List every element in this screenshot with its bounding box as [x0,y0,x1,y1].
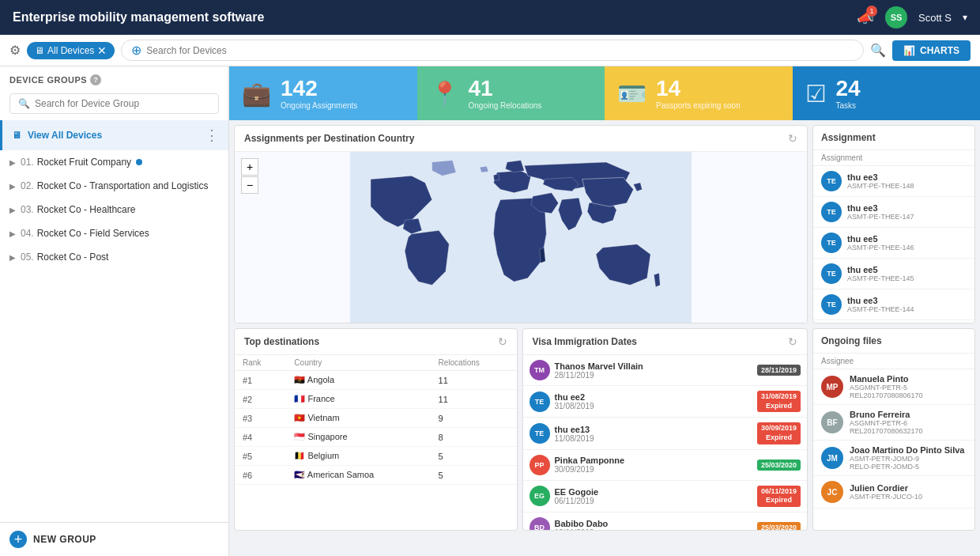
visa-list: TM Thanos Marvel Villain 28/11/2019 28/1… [523,355,808,530]
group-id: 02. [21,180,34,191]
ongoing-item[interactable]: JC Julien Cordier ASMT-PETR-JUCO-10 [813,476,974,509]
more-options-icon[interactable]: ⋮ [205,127,219,144]
ongoing-files-panel: Ongoing files Assignee MP Manuela Pinto … [812,328,975,531]
ongoing-item[interactable]: BF Bruno Ferreira ASGMNT-PETR-6 REL20170… [813,405,974,441]
ongoing-code2: REL201707080632170 [850,427,923,435]
assignment-item[interactable]: TE thu ee3 ASMT-PE-THEE-147 [813,197,974,228]
search-button[interactable]: 🔍 [870,43,886,58]
map-refresh-button[interactable]: ↻ [788,132,797,145]
ongoing-code: ASGMNT-PETR-5 [850,384,923,391]
search-bar: ⚙ 🖥 All Devices ✕ ⊕ 🔍 📊 CHARTS [0,35,980,66]
map-pin-icon: 📍 [430,80,459,108]
visa-item[interactable]: EG EE Gogoie 06/11/2019 06/11/2019Expire… [523,481,808,513]
chevron-right-icon: ▶ [9,182,16,191]
assignment-item[interactable]: SM Stan Michael ASMT-PE-STM-143 [813,320,974,323]
ongoing-avatar: JC [821,481,843,503]
assignment-list-header: Assignment [813,150,974,166]
device-groups-label: DEVICE GROUPS [9,75,87,85]
visa-refresh[interactable]: ↻ [788,335,797,348]
visa-item[interactable]: BD Babibo Dabo 12/11/2019 25/03/2020 [523,513,808,530]
map-zoom-in[interactable]: + [241,158,258,176]
app-title: Enterprise mobility management software [13,10,264,25]
filter-chip[interactable]: 🖥 All Devices ✕ [27,42,115,59]
stat-value: 142 [281,78,357,100]
item-code: ASMT-PE-THEE-144 [847,305,914,313]
list-item[interactable]: ▶ 04. Rocket Co - Field Services [0,221,228,245]
sidebar-search-icon: 🔍 [18,98,30,109]
visa-info: Babibo Dabo 12/11/2019 [555,519,752,530]
ongoing-item[interactable]: JM Joao Martino Do Pinto Silva ASMT-PETR… [813,441,974,476]
charts-label: CHARTS [920,45,959,56]
table-row[interactable]: #4🇸🇬 Singapore8 [235,428,517,447]
table-row[interactable]: #3🇻🇳 Vietnam9 [235,409,517,428]
group-id: 03. [21,204,34,215]
ongoing-info: Manuela Pinto ASGMNT-PETR-5 REL201707080… [850,374,923,399]
charts-icon: 📊 [903,45,915,56]
destinations-table: Rank Country Relocations #1🇦🇴 Angola11 #… [235,355,517,485]
assignment-panel-header: Assignment [813,126,974,150]
new-group-add-icon: + [9,531,27,548]
stat-card-relocations: 📍 41 Ongoing Relocations [417,66,605,120]
list-item[interactable]: ▶ 02. Rocket Co - Transportation and Log… [0,174,228,198]
sidebar-search-input[interactable] [35,98,210,109]
table-row[interactable]: #2🇫🇷 France11 [235,390,517,409]
filter-chip-close[interactable]: ✕ [97,44,107,57]
map-zoom-controls: + − [241,158,258,194]
group-id: 04. [21,228,34,239]
app-header: Enterprise mobility management software … [0,0,980,35]
visa-item[interactable]: TE thu ee13 11/08/2019 30/09/2019Expired [523,418,808,449]
settings-button[interactable]: ⚙ [9,43,21,58]
col-rank: Rank [235,355,286,371]
ongoing-info: Joao Martino Do Pinto Silva ASMT-PETR-JO… [850,445,964,471]
list-item[interactable]: ▶ 03. Rocket Co - Healthcare [0,198,228,221]
ongoing-list: MP Manuela Pinto ASGMNT-PETR-5 REL201707… [813,369,974,530]
visa-item[interactable]: PP Pinka Pamponne 30/09/2019 25/03/2020 [523,450,808,481]
table-row[interactable]: #6🇦🇸 American Samoa5 [235,466,517,485]
help-icon[interactable]: ? [90,74,101,85]
view-all-row[interactable]: 🖥 View All Devices ⋮ [0,120,228,150]
visa-name: Babibo Dabo [555,519,752,528]
item-name: thu ee3 [847,203,914,213]
assignment-item[interactable]: TE thu ee5 ASMT-PE-THEE-145 [813,259,974,289]
visa-header: Visa Immigration Dates ↻ [523,329,808,355]
chevron-right-icon: ▶ [9,253,16,262]
item-name: thu ee3 [847,296,914,305]
charts-button[interactable]: 📊 CHARTS [892,40,971,61]
header-right: 📣 1 SS Scott S ▾ [857,6,967,28]
user-dropdown-icon[interactable]: ▾ [963,12,967,23]
item-info: thu ee5 ASMT-PE-THEE-145 [847,265,914,282]
list-item[interactable]: ▶ 01. Rocket Fruit Company [0,150,228,174]
sidebar-search: 🔍 [0,90,228,120]
ongoing-info: Julien Cordier ASMT-PETR-JUCO-10 [850,483,922,501]
visa-badge: 06/11/2019Expired [757,486,801,507]
table-row[interactable]: #5🇧🇪 Belgium5 [235,447,517,466]
assignment-item[interactable]: TE thu ee3 ASMT-PE-THEE-148 [813,166,974,197]
visa-item[interactable]: TM Thanos Marvel Villain 28/11/2019 28/1… [523,355,808,386]
stat-card-passports: 🪪 14 Passports expiring soon [605,66,793,120]
stat-card-assignments: 💼 142 Ongoing Assignments [229,66,417,120]
ongoing-code: ASGMNT-PETR-6 [850,419,923,427]
group-id: 05. [21,252,34,263]
bottom-panels: Top destinations ↻ Rank Country Relocati… [229,326,810,535]
stat-info: 14 Passports expiring soon [656,78,741,110]
visa-item[interactable]: TE thu ee2 31/08/2019 31/08/2019Expired [523,386,808,418]
new-group-button[interactable]: + NEW GROUP [0,522,228,556]
ongoing-name: Manuela Pinto [850,374,923,384]
search-input[interactable] [146,45,854,56]
table-row[interactable]: #1🇦🇴 Angola11 [235,371,517,390]
briefcase-icon: 💼 [242,80,271,108]
visa-info: thu ee13 11/08/2019 [555,425,752,443]
group-name: Rocket Co - Post [37,252,109,263]
assignment-item[interactable]: TE thu ee5 ASMT-PE-THEE-146 [813,228,974,259]
visa-panel: Visa Immigration Dates ↻ TM Thanos Marve… [522,328,808,531]
map-zoom-out[interactable]: − [241,176,258,194]
visa-date: 06/11/2019 [555,497,752,505]
stat-label: Ongoing Relocations [469,101,542,110]
list-item[interactable]: ▶ 05. Rocket Co - Post [0,245,228,269]
add-filter-icon[interactable]: ⊕ [131,43,141,58]
ongoing-item[interactable]: MP Manuela Pinto ASGMNT-PETR-5 REL201707… [813,369,974,405]
assignment-item[interactable]: TE thu ee3 ASMT-PE-THEE-144 [813,289,974,320]
item-info: thu ee3 ASMT-PE-THEE-148 [847,172,914,190]
notification-button[interactable]: 📣 1 [857,9,874,26]
destinations-refresh[interactable]: ↻ [498,335,507,348]
